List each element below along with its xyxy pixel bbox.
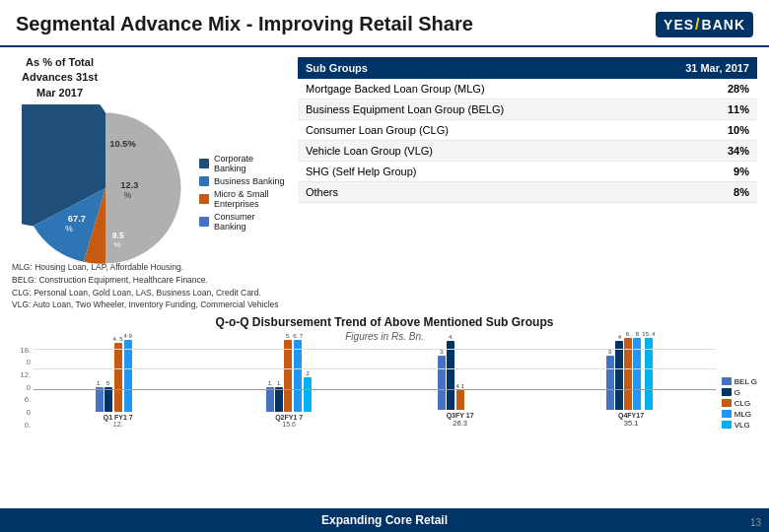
bar-with-label: 1.: [275, 333, 283, 412]
bar: [606, 356, 614, 410]
bar-legend-item: CLG: [722, 399, 757, 408]
legend-item-corporate: Corporate Banking: [199, 154, 288, 173]
bar-group-label: Q4FY17: [618, 412, 644, 419]
svg-text:%: %: [124, 190, 132, 200]
bar-with-label: 6. 7: [293, 333, 303, 412]
bar: [456, 390, 464, 410]
table-cell-value: 11%: [633, 100, 757, 120]
svg-text:10.5%: 10.5%: [109, 139, 136, 149]
table-cell-value: 9%: [633, 162, 757, 182]
pie-label: As % of Total Advances 31st Mar 2017: [22, 55, 98, 100]
bar-group-sublabel: 15.6: [282, 421, 296, 428]
bar: [266, 387, 274, 412]
table-cell-value: 10%: [633, 120, 757, 141]
note-line: CLG: Personal Loan, Gold Loan, LAS, Busi…: [12, 287, 757, 299]
bar-legend-label: BEL G: [734, 377, 757, 386]
legend-color-micro: [199, 194, 209, 204]
bar-legend-color: [722, 388, 732, 396]
chart-legend-row: 67.7 % 10.5% 12.3 % 9.5 % Corporate Bank…: [12, 104, 288, 272]
legend-color-corporate: [199, 159, 209, 168]
bar-with-label: 15. 4: [642, 331, 655, 410]
legend-item-micro: Micro & Small Enterprises: [199, 189, 288, 209]
bar-with-label: 4 1: [455, 331, 463, 410]
bar: [645, 338, 653, 410]
table-section: Sub Groups 31 Mar, 2017 Mortgage Backed …: [298, 55, 757, 251]
bar-with-label: 4 9: [124, 333, 132, 412]
pie-chart: 67.7 % 10.5% 12.3 % 9.5 %: [22, 104, 189, 272]
bar-with-label: 6.: [624, 331, 632, 410]
bar: [275, 387, 283, 412]
bar-with-label: 4.: [447, 331, 454, 410]
table-row: Vehicle Loan Group (VLG)34%: [298, 141, 757, 162]
bar-group-total: 35.1: [624, 419, 639, 428]
bar-legend-color: [722, 410, 732, 418]
bar-group: 1.54. 54 9Q1 FY1 712.: [34, 333, 202, 428]
bar-legend-item: MLG: [722, 410, 757, 419]
legend-list: Corporate Banking Business Banking Micro…: [199, 154, 288, 232]
bar-group-label: Q1 FY1 7: [104, 414, 133, 421]
bar: [284, 340, 292, 412]
bar-with-label: 5: [105, 333, 112, 412]
header: Segmental Advance Mix - Improving Retail…: [0, 0, 769, 47]
legend-item-consumer: Consumer Banking: [199, 212, 288, 232]
legend-color-business: [199, 176, 209, 186]
sub-groups-table: Sub Groups 31 Mar, 2017 Mortgage Backed …: [298, 57, 757, 203]
table-row: Others8%: [298, 182, 757, 203]
bar-group-sublabel: 12.: [113, 421, 123, 428]
bar: [114, 343, 122, 412]
bar: [447, 341, 454, 410]
legend-color-consumer: [199, 217, 209, 227]
bar-group: 1.1.5.6. 72Q2FY1 715.6: [204, 333, 373, 428]
bar-legend-label: VLG: [734, 421, 750, 430]
table-header-group: Sub Groups: [298, 57, 633, 79]
bar-legend-item: G: [722, 388, 757, 397]
table-cell-name: Others: [298, 182, 633, 203]
bar-with-label: 5.: [284, 333, 292, 412]
bar-with-label: 2: [304, 333, 312, 412]
svg-text:67.7: 67.7: [68, 214, 86, 224]
bars-area: 1.54. 54 9Q1 FY1 712.1.1.5.6. 72Q2FY1 71…: [34, 349, 716, 430]
table-cell-value: 34%: [633, 141, 757, 162]
bar-legend-color: [722, 421, 732, 429]
svg-text:12.3: 12.3: [120, 180, 138, 190]
bar-group: 3.4.4 1Q3FY 1726.3: [376, 331, 544, 428]
bar-wrapper: [133, 333, 141, 412]
bar-group-label: Q2FY1 7: [275, 414, 303, 421]
bar-legend-label: MLG: [734, 410, 751, 419]
bar-group-label: Q3FY 17: [447, 412, 474, 419]
bar-legend-label: CLG: [734, 399, 750, 408]
table-cell-name: Mortgage Backed Loan Group (MLG): [298, 79, 633, 100]
pie-section: As % of Total Advances 31st Mar 2017 67.…: [12, 55, 288, 251]
table-row: Business Equipment Loan Group (BELG)11%: [298, 100, 757, 120]
svg-text:%: %: [65, 224, 73, 233]
table-cell-value: 8%: [633, 182, 757, 203]
bar-legend-item: BEL G: [722, 377, 757, 386]
svg-text:9.5: 9.5: [112, 231, 124, 240]
bar-legend-label: G: [734, 388, 740, 397]
bar-legend-color: [722, 377, 732, 385]
table-row: SHG (Self Help Group)9%: [298, 162, 757, 182]
bar-chart-section: Q-o-Q Disbursement Trend of Above Mentio…: [0, 311, 769, 430]
bar: [304, 377, 312, 412]
bar: [438, 356, 446, 410]
table-row: Mortgage Backed Loan Group (MLG)28%: [298, 79, 757, 100]
bar-with-label: 4: [615, 331, 623, 410]
logo: YES / BANK: [656, 12, 753, 37]
bar-chart-title: Q-o-Q Disbursement Trend of Above Mentio…: [12, 315, 757, 331]
bar-with-label: 1.: [96, 333, 104, 412]
bar-legend-color: [722, 399, 732, 407]
bar: [624, 338, 632, 410]
bar-with-label: 3.: [606, 331, 614, 410]
table-cell-name: Vehicle Loan Group (VLG): [298, 141, 633, 162]
bar-group: 3.46.815. 4Q4FY1735.1: [546, 331, 715, 428]
table-cell-name: Business Equipment Loan Group (BELG): [298, 100, 633, 120]
page-title: Segmental Advance Mix - Improving Retail…: [16, 12, 473, 35]
bar-wrapper: [465, 331, 473, 410]
bar-with-label: 8: [633, 331, 641, 410]
bar-legend-item: VLG: [722, 421, 757, 430]
bar: [633, 338, 641, 410]
bar-group-total: 26.3: [453, 419, 467, 428]
note-line: VLG: Auto Loan, Two Wheeler, Inventory F…: [12, 299, 757, 311]
bar-wrapper: [474, 331, 482, 410]
bar: [105, 387, 112, 412]
